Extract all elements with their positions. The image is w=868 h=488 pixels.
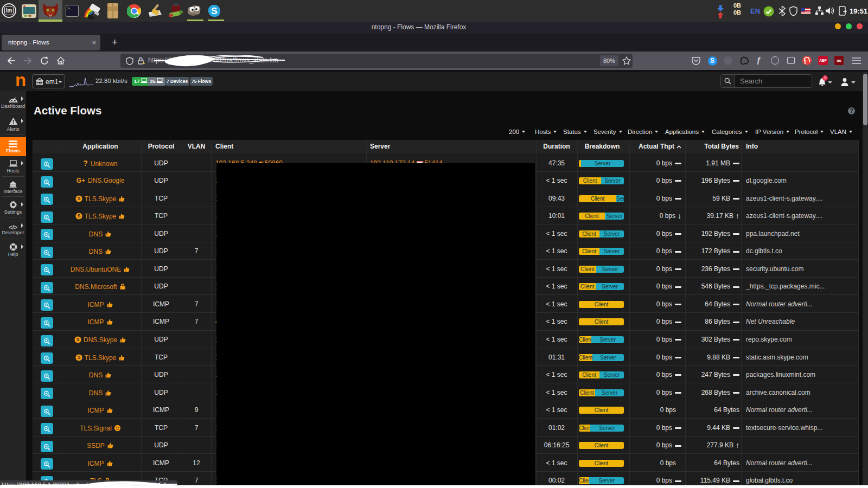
svg-text:S: S (77, 214, 80, 219)
svg-text:S: S (76, 337, 80, 342)
svg-text:S: S (211, 6, 217, 16)
svg-text:S: S (77, 196, 80, 201)
svg-text:S: S (77, 355, 80, 360)
